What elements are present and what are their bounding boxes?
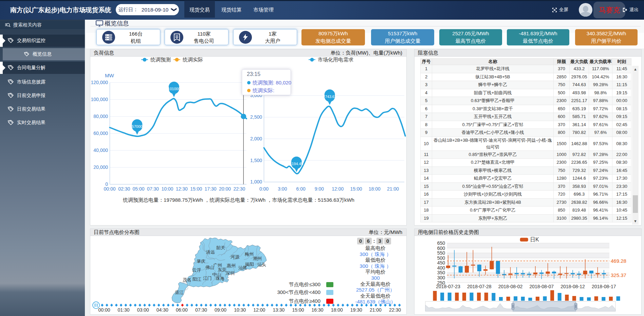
svg-text:10:30: 10:30	[234, 307, 246, 313]
svg-text:650: 650	[437, 240, 445, 246]
svg-text:400: 400	[437, 265, 445, 271]
svg-text:300（ 珠海 ）: 300（ 珠海 ）	[360, 251, 391, 257]
svg-text:60,000: 60,000	[93, 131, 108, 136]
svg-text:12:30: 12:30	[176, 186, 188, 192]
svg-text:2018-08-07: 2018-08-07	[529, 284, 554, 289]
svg-text:300（ 珠海 ）: 300（ 珠海 ）	[360, 263, 391, 269]
svg-text:1194.45: 1194.45	[290, 162, 303, 166]
svg-text:21:00: 21:00	[387, 186, 399, 192]
svg-text:19:30: 19:30	[350, 307, 362, 313]
svg-text:00:00: 00:00	[104, 186, 115, 192]
svg-text:80,000: 80,000	[93, 114, 108, 119]
svg-text:2018-08-12: 2018-08-12	[560, 284, 585, 289]
svg-text:潮州: 潮州	[253, 256, 262, 261]
svg-text:22:30: 22:30	[233, 186, 245, 192]
svg-text:469.28: 469.28	[611, 258, 626, 264]
svg-text:22:30: 22:30	[389, 307, 401, 313]
svg-text:MW: MW	[105, 73, 114, 78]
svg-text:12:00: 12:00	[332, 186, 344, 192]
svg-text:3:00: 3:00	[278, 186, 287, 192]
svg-text:0: 0	[386, 238, 389, 244]
svg-text:15:00: 15:00	[350, 186, 362, 192]
svg-text:40,000: 40,000	[93, 147, 108, 153]
svg-text:9:00: 9:00	[315, 186, 324, 192]
svg-text:06:00: 06:00	[176, 307, 188, 313]
svg-text:300: 300	[371, 275, 380, 281]
svg-text:-481.639（佛山）: -481.639（佛山）	[355, 299, 395, 304]
svg-text:15:00: 15:00	[292, 307, 304, 313]
svg-text:0:00: 0:00	[259, 186, 269, 192]
svg-text:6: 6	[367, 238, 370, 244]
svg-text:韶关: 韶关	[216, 245, 225, 250]
svg-text:佛山: 佛山	[205, 265, 214, 270]
svg-text:全天最高电价: 全天最高电价	[360, 281, 391, 287]
svg-text::: :	[373, 238, 375, 244]
svg-text:惠州: 惠州	[226, 263, 236, 268]
svg-text:2527.05（广州）: 2527.05（广州）	[356, 287, 395, 293]
svg-text:1,000: 1,000	[250, 179, 262, 184]
svg-text:07:30: 07:30	[147, 186, 159, 192]
svg-text:深圳: 深圳	[225, 271, 235, 276]
svg-text:统调预测总电量：197988.75万kWh ，统调实际总电量: 统调预测总电量：197988.75万kWh ，统调实际总电量：万kWh ，市场化…	[123, 197, 354, 203]
svg-text:2743.62: 2743.62	[323, 95, 336, 99]
svg-text:10:00: 10:00	[161, 186, 173, 192]
svg-text:325.37: 325.37	[611, 272, 626, 278]
svg-text:05:00: 05:00	[133, 186, 145, 192]
svg-text:07:30: 07:30	[195, 307, 207, 313]
svg-text:节点电价≤300: 节点电价≤300	[289, 281, 320, 287]
svg-text:12:00: 12:00	[253, 307, 265, 313]
svg-text:0: 0	[359, 238, 362, 244]
svg-text:日K: 日K	[530, 237, 539, 242]
svg-text:清远: 清远	[206, 250, 215, 255]
svg-text:节点电价≥400: 节点电价≥400	[289, 298, 320, 304]
svg-text:茂名: 茂名	[183, 277, 191, 282]
svg-text:湛江: 湛江	[175, 290, 184, 295]
svg-text:汕尾: 汕尾	[238, 265, 247, 270]
svg-text:统调实际:: 统调实际:	[253, 87, 274, 93]
svg-text:统调实际: 统调实际	[183, 57, 203, 62]
svg-text:21:00: 21:00	[370, 307, 382, 313]
svg-text:13:30: 13:30	[273, 307, 284, 313]
svg-text:120,000: 120,000	[91, 80, 108, 85]
svg-text:市场化用电需求: 市场化用电需求	[318, 57, 353, 62]
svg-text:江门: 江门	[203, 276, 212, 281]
svg-text:东莞: 东莞	[218, 267, 226, 272]
svg-text:珠海: 珠海	[216, 276, 224, 281]
svg-text:01:30: 01:30	[118, 307, 130, 313]
svg-text:57000: 57000	[132, 124, 143, 129]
svg-text:2,000: 2,000	[250, 136, 262, 141]
svg-text:450: 450	[437, 260, 445, 265]
svg-text:1,500: 1,500	[250, 158, 262, 163]
svg-text:20:00: 20:00	[219, 186, 231, 192]
svg-text:2018-08-02: 2018-08-02	[498, 284, 523, 289]
svg-text:2018-08-17: 2018-08-17	[592, 284, 616, 289]
svg-text:阳江: 阳江	[192, 277, 201, 282]
svg-text:15:00: 15:00	[190, 186, 202, 192]
svg-text:16:30: 16:30	[312, 307, 324, 313]
svg-text:统调预测: 统调预测	[150, 57, 171, 62]
svg-text:18:00: 18:00	[369, 186, 381, 192]
svg-text:3: 3	[379, 238, 381, 244]
svg-text:100,000: 100,000	[91, 97, 108, 102]
svg-text:23:15: 23:15	[247, 71, 260, 77]
svg-text:梅州: 梅州	[244, 252, 254, 257]
svg-text:汕头: 汕头	[257, 262, 266, 267]
svg-text:04:30: 04:30	[157, 307, 168, 313]
svg-text:最低电价: 最低电价	[365, 257, 386, 263]
svg-text:03:00: 03:00	[137, 307, 149, 313]
svg-text:550: 550	[437, 250, 445, 256]
svg-text:全天最低电价: 全天最低电价	[360, 293, 391, 299]
svg-text:云浮: 云浮	[192, 268, 201, 273]
svg-text:平均电价: 平均电价	[365, 269, 386, 275]
svg-text:09:00: 09:00	[215, 307, 226, 313]
svg-text:00:00: 00:00	[98, 307, 110, 313]
svg-text:300: 300	[437, 275, 445, 280]
svg-text:河源: 河源	[231, 254, 240, 259]
svg-text:统调预测: 80,020: 统调预测: 80,020	[253, 80, 291, 85]
svg-text:101000: 101000	[168, 87, 180, 91]
svg-text:300<节点电价<400: 300<节点电价<400	[277, 289, 320, 295]
svg-text:2,500: 2,500	[250, 114, 262, 120]
svg-text:02:30: 02:30	[118, 186, 130, 192]
svg-text:20,000: 20,000	[93, 164, 108, 170]
svg-text:18:00: 18:00	[331, 307, 343, 313]
